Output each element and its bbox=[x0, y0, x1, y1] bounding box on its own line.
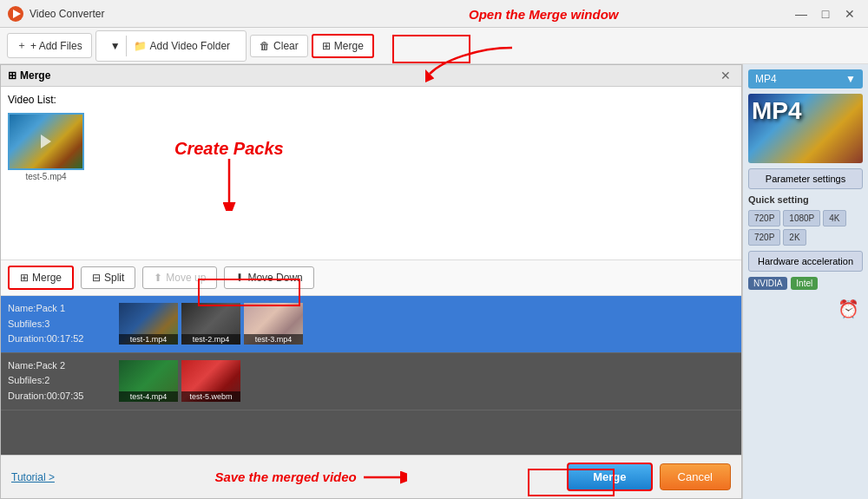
merge-panel: ⊞ Merge ✕ Video List: test-5.mp4 Create … bbox=[0, 64, 742, 499]
minimize-button[interactable]: — bbox=[790, 4, 812, 23]
trash-icon: 🗑 bbox=[260, 40, 270, 52]
toolbar: ＋ + Add Files ▼ 📁 Add Video Folder 🗑 Cle… bbox=[0, 28, 868, 64]
create-packs-arrow bbox=[194, 159, 264, 211]
main-area: ⊞ Merge ✕ Video List: test-5.mp4 Create … bbox=[0, 64, 868, 499]
window-controls: — □ ✕ bbox=[790, 4, 861, 23]
create-packs-text: Create Packs bbox=[174, 139, 284, 159]
pack-thumbs: test-1.mp4test-2.mp4test-3.mp4 bbox=[119, 303, 303, 345]
quick-setting-label: Quick setting bbox=[748, 194, 863, 205]
merge-panel-header: ⊞ Merge ✕ bbox=[1, 65, 741, 87]
thumb-filename: test-5.mp4 bbox=[25, 172, 66, 181]
title-bar: Video Converter — □ ✕ bbox=[0, 0, 868, 28]
merge-panel-close-button[interactable]: ✕ bbox=[717, 69, 734, 82]
hw-chip: NVIDIA bbox=[748, 277, 787, 290]
pack-thumb-item[interactable]: test-1.mp4 bbox=[119, 303, 178, 345]
thumb-image bbox=[8, 113, 84, 170]
pack-list: Name:Pack 1Subfiles:3Duration:00:17:52te… bbox=[1, 296, 741, 455]
pack-row[interactable]: Name:Pack 1Subfiles:3Duration:00:17:52te… bbox=[1, 296, 741, 353]
hw-accel-button[interactable]: Hardware acceleration bbox=[748, 251, 863, 272]
pack-thumb-item[interactable]: test-2.mp4 bbox=[181, 303, 240, 345]
pack-thumb-label: test-4.mp4 bbox=[119, 391, 178, 402]
merge-panel-icon: ⊞ bbox=[8, 69, 16, 82]
open-merge-annotation: Open the Merge window bbox=[469, 7, 619, 22]
plus-icon: ＋ bbox=[16, 38, 27, 53]
quality-button[interactable]: 4K bbox=[823, 210, 845, 227]
save-merged-annotation: Save the merged video bbox=[214, 469, 356, 484]
merge-footer: Tutorial > Save the merged video Merge C… bbox=[1, 455, 741, 498]
save-arrow-icon bbox=[364, 469, 407, 486]
alarm-icon-area: ⏰ bbox=[748, 295, 863, 323]
alarm-icon[interactable]: ⏰ bbox=[838, 299, 859, 319]
quality-button[interactable]: 720P bbox=[748, 229, 780, 246]
split-icon: ⊟ bbox=[92, 272, 101, 284]
split-button[interactable]: ⊟ Split bbox=[81, 266, 135, 289]
footer-buttons: Merge Cancel bbox=[567, 463, 731, 491]
move-down-icon: ⬇ bbox=[235, 272, 244, 284]
format-selector[interactable]: MP4 ▼ bbox=[748, 69, 863, 89]
pack-thumb-label: test-5.webm bbox=[181, 391, 240, 402]
action-bar: ⊞ Merge ⊟ Split ⬆ Move up ⬇ Move Down bbox=[1, 259, 741, 296]
pack-thumb-label: test-2.mp4 bbox=[181, 334, 240, 345]
quality-button[interactable]: 720P bbox=[748, 210, 780, 227]
merge-action-button[interactable]: ⊞ Merge bbox=[8, 266, 74, 290]
add-files-button[interactable]: ＋ + Add Files bbox=[7, 33, 92, 58]
quality-buttons: 720P1080P4K720P2K bbox=[748, 210, 863, 246]
pack-info: Name:Pack 1Subfiles:3Duration:00:17:52 bbox=[8, 301, 112, 347]
pack-thumb-label: test-3.mp4 bbox=[244, 334, 303, 345]
pack-row[interactable]: Name:Pack 2Subfiles:2Duration:00:07:35te… bbox=[1, 353, 741, 410]
parameter-settings-button[interactable]: Parameter settings bbox=[748, 168, 863, 189]
folder-icon: 📁 bbox=[134, 40, 147, 52]
format-dropdown-icon: ▼ bbox=[845, 73, 856, 85]
move-down-button[interactable]: ⬇ Move Down bbox=[224, 266, 313, 289]
create-packs-annotation-group: Create Packs bbox=[174, 139, 284, 211]
footer-cancel-button[interactable]: Cancel bbox=[660, 463, 731, 490]
app-icon bbox=[7, 5, 24, 23]
dropdown-arrow-icon[interactable]: ▼ bbox=[105, 36, 127, 56]
maximize-button[interactable]: □ bbox=[814, 4, 837, 23]
add-video-folder-button[interactable]: 📁 Add Video Folder bbox=[127, 36, 238, 56]
merge-action-icon: ⊞ bbox=[20, 272, 29, 284]
video-list-label: Video List: bbox=[8, 94, 734, 106]
close-button[interactable]: ✕ bbox=[838, 4, 861, 23]
footer-merge-button[interactable]: Merge bbox=[567, 463, 652, 491]
video-list-area: Video List: test-5.mp4 Create Packs bbox=[1, 87, 741, 259]
merge-panel-title: ⊞ Merge bbox=[8, 69, 50, 82]
add-folder-group: ▼ 📁 Add Video Folder bbox=[95, 30, 247, 62]
tutorial-link[interactable]: Tutorial > bbox=[11, 471, 55, 483]
clear-button[interactable]: 🗑 Clear bbox=[250, 35, 308, 57]
format-label: MP4 bbox=[755, 73, 777, 85]
pack-info: Name:Pack 2Subfiles:2Duration:00:07:35 bbox=[8, 358, 112, 404]
footer-annotation-group: Save the merged video bbox=[214, 469, 406, 486]
pack-thumb-item[interactable]: test-5.webm bbox=[181, 360, 240, 402]
pack-thumbs: test-4.mp4test-5.webm bbox=[119, 360, 240, 402]
merge-button[interactable]: ⊞ Merge bbox=[312, 34, 374, 58]
format-preview: MP4 bbox=[748, 94, 863, 163]
pack-thumb-item[interactable]: test-4.mp4 bbox=[119, 360, 178, 402]
merge-icon: ⊞ bbox=[322, 40, 331, 52]
hw-chips: NVIDIAIntel bbox=[748, 277, 863, 290]
quality-button[interactable]: 2K bbox=[783, 229, 806, 246]
move-up-button[interactable]: ⬆ Move up bbox=[142, 266, 217, 289]
app-title: Video Converter bbox=[30, 8, 790, 20]
pack-thumb-item[interactable]: test-3.mp4 bbox=[244, 303, 303, 345]
quality-button[interactable]: 1080P bbox=[783, 210, 820, 227]
pack-thumb-label: test-1.mp4 bbox=[119, 334, 178, 345]
video-thumbnail[interactable]: test-5.mp4 bbox=[8, 113, 84, 181]
format-overlay-label: MP4 bbox=[752, 97, 802, 125]
move-up-icon: ⬆ bbox=[154, 272, 162, 284]
hw-chip: Intel bbox=[791, 277, 818, 290]
right-panel: MP4 ▼ MP4 Parameter settings Quick setti… bbox=[742, 64, 868, 499]
